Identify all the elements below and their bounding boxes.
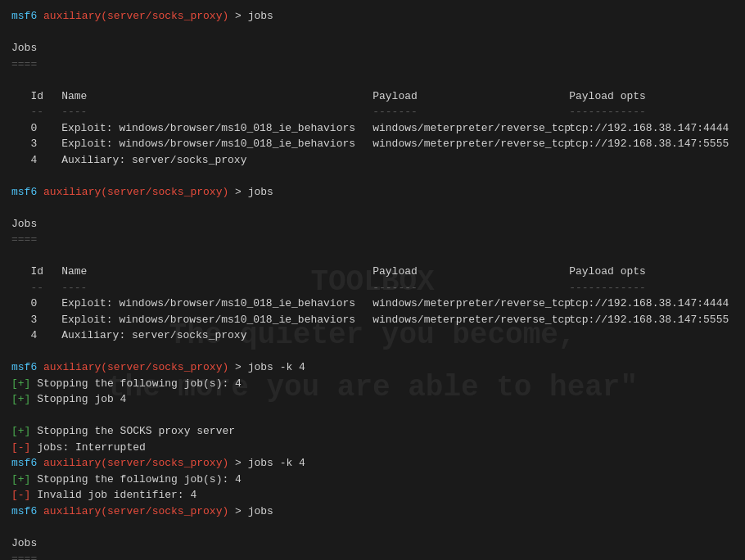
blank-5 <box>11 248 734 264</box>
prompt-line-4: msf6 auxiliary(server/socks_proxy) > job… <box>11 455 734 472</box>
blank-4 <box>11 200 734 216</box>
msf-label: msf6 <box>11 10 37 22</box>
invalid-job: [-] Invalid job identifier: 4 <box>11 487 734 504</box>
jobs-label-3: Jobs <box>11 535 734 552</box>
cmd-1: > jobs <box>228 10 273 22</box>
stopping-1: [+] Stopping the following job(s): 4 <box>11 376 734 392</box>
table-row-1-3: 3 Exploit: windows/browser/ms10_018_ie_b… <box>11 136 734 152</box>
stopping-socks: [+] Stopping the SOCKS proxy server <box>11 423 734 440</box>
table-header-2: Id NamePayloadPayload opts <box>11 264 734 280</box>
jobs-sep-3: ==== <box>11 551 734 560</box>
table-sep-2: -- ----------------------- <box>11 280 734 296</box>
stopping-3: [+] Stopping the following job(s): 4 <box>11 472 734 488</box>
jobs-interrupted: [-] jobs: Interrupted <box>11 440 734 456</box>
blank-3 <box>11 168 734 184</box>
table-row-1-4: 4 Auxiliary: server/socks_proxy <box>11 152 734 169</box>
table-row-2-3: 3 Exploit: windows/browser/ms10_018_ie_b… <box>11 312 734 328</box>
jobs-sep-1: ==== <box>11 56 734 73</box>
blank-6 <box>11 344 734 360</box>
table-header-1: Id NamePayloadPayload opts <box>11 88 734 105</box>
blank-8 <box>11 519 734 535</box>
module-label: auxiliary(server/socks_proxy) <box>43 10 228 22</box>
blank-2 <box>11 72 734 88</box>
table-row-2-4: 4 Auxiliary: server/socks_proxy <box>11 327 734 344</box>
prompt-line-3: msf6 auxiliary(server/socks_proxy) > job… <box>11 359 734 376</box>
blank-1 <box>11 25 734 41</box>
table-row-2-0: 0 Exploit: windows/browser/ms10_018_ie_b… <box>11 296 734 312</box>
prompt-line-2: msf6 auxiliary(server/socks_proxy) > job… <box>11 184 734 201</box>
table-row-1-0: 0 Exploit: windows/browser/ms10_018_ie_b… <box>11 120 734 137</box>
stopping-2: [+] Stopping job 4 <box>11 391 734 408</box>
table-sep-1: -- ----------------------- <box>11 104 734 120</box>
blank-7 <box>11 408 734 424</box>
terminal: msf6 auxiliary(server/socks_proxy) > job… <box>0 0 745 560</box>
jobs-label-2: Jobs <box>11 216 734 233</box>
prompt-line-5: msf6 auxiliary(server/socks_proxy) > job… <box>11 504 734 520</box>
jobs-label-1: Jobs <box>11 40 734 56</box>
prompt-line-1: msf6 auxiliary(server/socks_proxy) > job… <box>11 8 734 25</box>
jobs-sep-2: ==== <box>11 232 734 248</box>
